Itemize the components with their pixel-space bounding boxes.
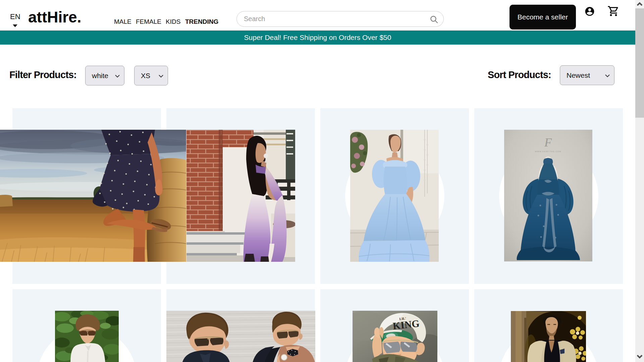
- svg-text:WWW.FAIRYTAS.COM: WWW.FAIRYTAS.COM: [535, 150, 561, 153]
- svg-text:F: F: [544, 136, 552, 149]
